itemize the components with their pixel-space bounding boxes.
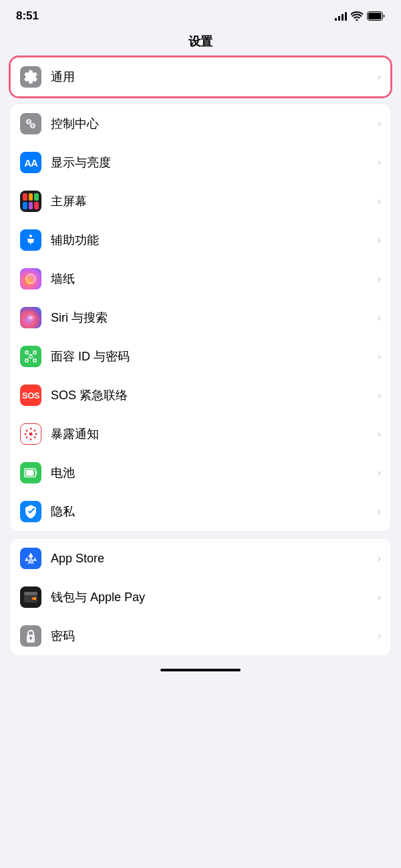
settings-item-siri[interactable]: Siri 与搜索 › <box>11 298 390 337</box>
settings-item-homescreen[interactable]: 主屏幕 › <box>11 182 390 221</box>
siri-icon <box>20 307 41 328</box>
svg-point-26 <box>35 433 37 435</box>
settings-item-general[interactable]: 通用 › <box>11 58 390 96</box>
control-center-chevron: › <box>378 118 381 130</box>
home-indicator-bar <box>160 669 241 671</box>
settings-item-privacy[interactable]: 隐私 › <box>11 492 390 531</box>
privacy-label: 隐私 <box>51 504 372 520</box>
svg-rect-5 <box>30 126 35 126</box>
svg-rect-9 <box>25 351 28 354</box>
homescreen-chevron: › <box>378 195 381 207</box>
appstore-chevron: › <box>378 552 381 564</box>
battery-settings-icon <box>20 462 41 483</box>
wifi-icon <box>351 11 363 21</box>
wallpaper-icon <box>20 268 41 290</box>
signal-icon <box>335 11 347 21</box>
settings-item-battery[interactable]: 电池 › <box>11 453 390 492</box>
svg-point-16 <box>29 354 30 356</box>
faceid-icon <box>20 346 41 367</box>
settings-item-wallet[interactable]: 钱包与 Apple Pay › <box>11 578 390 617</box>
sos-icon: SOS <box>20 385 41 406</box>
privacy-icon <box>20 501 41 522</box>
settings-item-passwords[interactable]: 密码 › <box>11 617 390 655</box>
svg-text:A: A <box>28 556 33 563</box>
appstore-label: App Store <box>51 552 372 566</box>
privacy-chevron: › <box>378 506 381 518</box>
homescreen-icon <box>20 191 41 212</box>
svg-point-6 <box>29 235 32 237</box>
wallpaper-label: 墙纸 <box>51 271 372 287</box>
siri-chevron: › <box>378 312 381 324</box>
accessibility-chevron: › <box>378 234 381 246</box>
page-title: 设置 <box>0 28 401 58</box>
svg-point-21 <box>26 437 28 439</box>
svg-rect-12 <box>33 359 36 362</box>
settings-item-control-center[interactable]: 控制中心 › <box>11 104 390 143</box>
settings-item-sos[interactable]: SOS SOS 紧急联络 › <box>11 376 390 415</box>
svg-rect-4 <box>26 122 31 122</box>
svg-point-23 <box>30 428 32 430</box>
svg-rect-28 <box>26 470 34 476</box>
wallpaper-chevron: › <box>378 273 381 285</box>
svg-rect-1 <box>368 13 382 19</box>
settings-item-appstore[interactable]: A App Store › <box>11 539 390 578</box>
battery-icon <box>367 11 385 21</box>
svg-point-25 <box>25 433 27 435</box>
svg-point-24 <box>30 439 32 441</box>
svg-point-7 <box>26 274 35 284</box>
appstore-icon: A <box>20 548 41 569</box>
sos-label: SOS 紧急联络 <box>51 387 372 403</box>
wallet-chevron: › <box>378 591 381 603</box>
svg-point-34 <box>33 597 36 600</box>
wallet-label: 钱包与 Apple Pay <box>51 589 372 605</box>
svg-rect-10 <box>33 351 36 354</box>
general-section: 通用 › <box>11 58 390 96</box>
svg-point-17 <box>31 354 33 356</box>
general-icon <box>20 66 41 88</box>
general-chevron: › <box>378 71 381 83</box>
status-icons <box>335 11 385 21</box>
svg-point-20 <box>34 430 36 432</box>
svg-rect-31 <box>24 592 37 595</box>
svg-rect-37 <box>30 638 31 640</box>
display-chevron: › <box>378 156 381 169</box>
exposure-chevron: › <box>378 428 381 440</box>
homescreen-label: 主屏幕 <box>51 193 372 209</box>
password-icon <box>20 625 41 647</box>
sos-chevron: › <box>378 389 381 401</box>
home-indicator <box>0 663 401 674</box>
exposure-label: 暴露通知 <box>51 426 372 442</box>
passwords-chevron: › <box>378 630 381 642</box>
siri-label: Siri 与搜索 <box>51 310 372 326</box>
main-section: 控制中心 › AA 显示与亮度 › 主屏幕 › <box>11 104 390 531</box>
settings-item-accessibility[interactable]: 辅助功能 › <box>11 221 390 259</box>
wallet-icon <box>20 586 41 608</box>
store-section: A App Store › 钱包与 Apple Pay › <box>11 539 390 655</box>
status-time: 8:51 <box>16 9 39 23</box>
display-icon: AA <box>20 152 41 173</box>
display-label: 显示与亮度 <box>51 154 372 171</box>
faceid-label: 面容 ID 与密码 <box>51 348 372 364</box>
faceid-chevron: › <box>378 350 381 362</box>
svg-point-22 <box>34 437 36 439</box>
battery-label: 电池 <box>51 465 372 481</box>
settings-item-display[interactable]: AA 显示与亮度 › <box>11 143 390 182</box>
svg-point-19 <box>26 430 28 432</box>
settings-item-wallpaper[interactable]: 墙纸 › <box>11 259 390 298</box>
status-bar: 8:51 <box>0 0 401 28</box>
general-label: 通用 <box>51 69 372 85</box>
control-center-icon <box>20 113 41 134</box>
svg-point-18 <box>29 433 33 436</box>
accessibility-label: 辅助功能 <box>51 232 372 248</box>
settings-item-faceid[interactable]: 面容 ID 与密码 › <box>11 337 390 376</box>
settings-item-exposure[interactable]: 暴露通知 › <box>11 415 390 453</box>
passwords-label: 密码 <box>51 628 372 644</box>
battery-chevron: › <box>378 467 381 479</box>
svg-rect-11 <box>25 359 28 362</box>
control-center-label: 控制中心 <box>51 116 372 132</box>
accessibility-icon <box>20 229 41 251</box>
exposure-icon <box>20 423 41 445</box>
